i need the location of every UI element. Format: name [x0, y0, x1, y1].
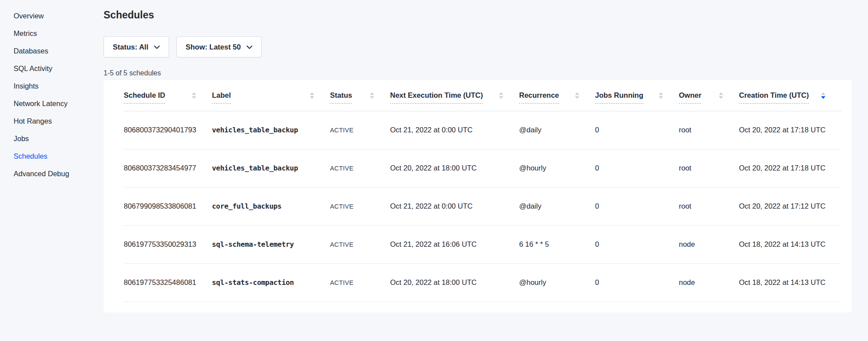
sidebar: Overview Metrics Databases SQL Activity … [0, 0, 104, 341]
schedules-table: Schedule ID Label Status Next Execu [124, 80, 841, 302]
jobs-running-cell: 0 [595, 263, 679, 302]
creation-time-cell: Oct 18, 2022 at 14:13 UTC [739, 225, 841, 263]
schedule-label-cell: sql-schema-telemetry [212, 225, 330, 263]
schedule-row: 806800373283454977 vehicles_table_backup… [124, 149, 841, 187]
show-filter-dropdown[interactable]: Show: Latest 50 [176, 36, 262, 57]
column-header-jobs-running[interactable]: Jobs Running [595, 80, 679, 111]
status-cell: ACTIVE [330, 149, 390, 187]
schedule-label-cell: core_full_backups [212, 187, 330, 225]
sidebar-item-advanced-debug[interactable]: Advanced Debug [14, 165, 104, 182]
filters-bar: Status: All Show: Latest 50 [104, 36, 852, 57]
next-execution-cell: Oct 21, 2022 at 16:06 UTC [390, 225, 519, 263]
status-filter-dropdown[interactable]: Status: All [104, 36, 169, 57]
schedules-table-card: Schedule ID Label Status Next Execu [104, 80, 852, 313]
column-header-owner[interactable]: Owner [679, 80, 739, 111]
sort-arrows-icon[interactable] [821, 92, 825, 99]
next-execution-cell: Oct 20, 2022 at 18:00 UTC [390, 263, 519, 302]
owner-cell: root [679, 149, 739, 187]
schedule-row: 806197753350029313 sql-schema-telemetry … [124, 225, 841, 263]
main-content: Schedules Status: All Show: Latest 50 1-… [104, 0, 852, 341]
jobs-running-cell: 0 [595, 225, 679, 263]
schedule-label-cell: sql-stats-compaction [212, 263, 330, 302]
recurrence-cell: 6 16 * * 5 [519, 225, 595, 263]
column-header-label[interactable]: Label [212, 80, 330, 111]
schedule-row: 806799098533806081 core_full_backups ACT… [124, 187, 841, 225]
column-header-creation-time[interactable]: Creation Time (UTC) [739, 80, 841, 111]
schedule-id-cell: 806800373290401793 [124, 111, 212, 149]
creation-time-cell: Oct 20, 2022 at 17:18 UTC [739, 111, 841, 149]
schedule-id-cell: 806197753350029313 [124, 225, 212, 263]
status-filter-label: Status: All [113, 43, 148, 51]
show-filter-label: Show: Latest 50 [186, 43, 241, 51]
app-window: Overview Metrics Databases SQL Activity … [0, 0, 868, 341]
recurrence-cell: @daily [519, 111, 595, 149]
schedule-label-cell: vehicles_table_backup [212, 111, 330, 149]
sort-arrows-icon[interactable] [719, 92, 723, 99]
sort-arrows-icon[interactable] [659, 92, 663, 99]
owner-cell: root [679, 111, 739, 149]
recurrence-cell: @hourly [519, 149, 595, 187]
sort-arrows-icon[interactable] [575, 92, 579, 99]
recurrence-cell: @hourly [519, 263, 595, 302]
creation-time-cell: Oct 18, 2022 at 14:13 UTC [739, 263, 841, 302]
owner-cell: root [679, 187, 739, 225]
creation-time-cell: Oct 20, 2022 at 17:18 UTC [739, 149, 841, 187]
owner-cell: node [679, 225, 739, 263]
schedule-label-cell: vehicles_table_backup [212, 149, 330, 187]
recurrence-cell: @daily [519, 187, 595, 225]
schedule-id-cell: 806197753325486081 [124, 263, 212, 302]
status-cell: ACTIVE [330, 111, 390, 149]
sort-arrows-icon[interactable] [370, 92, 374, 99]
table-header-row: Schedule ID Label Status Next Execu [124, 80, 841, 111]
next-execution-cell: Oct 21, 2022 at 0:00 UTC [390, 187, 519, 225]
sidebar-item-schedules[interactable]: Schedules [14, 147, 104, 165]
jobs-running-cell: 0 [595, 111, 679, 149]
sidebar-item-sql-activity[interactable]: SQL Activity [14, 60, 104, 77]
schedule-row: 806197753325486081 sql-stats-compaction … [124, 263, 841, 302]
sidebar-item-insights[interactable]: Insights [14, 77, 104, 95]
owner-cell: node [679, 263, 739, 302]
sidebar-item-network-latency[interactable]: Network Latency [14, 95, 104, 112]
column-header-status[interactable]: Status [330, 80, 390, 111]
status-cell: ACTIVE [330, 187, 390, 225]
sort-arrows-icon[interactable] [499, 92, 503, 99]
sort-arrows-icon[interactable] [192, 92, 196, 99]
schedule-id-cell: 806799098533806081 [124, 187, 212, 225]
page-title: Schedules [104, 9, 852, 21]
jobs-running-cell: 0 [595, 187, 679, 225]
next-execution-cell: Oct 21, 2022 at 0:00 UTC [390, 111, 519, 149]
sort-arrows-icon[interactable] [310, 92, 314, 99]
sidebar-item-jobs[interactable]: Jobs [14, 130, 104, 147]
sidebar-item-hot-ranges[interactable]: Hot Ranges [14, 112, 104, 130]
next-execution-cell: Oct 20, 2022 at 18:00 UTC [390, 149, 519, 187]
creation-time-cell: Oct 20, 2022 at 17:12 UTC [739, 187, 841, 225]
status-cell: ACTIVE [330, 263, 390, 302]
chevron-down-icon [247, 45, 252, 49]
schedule-row: 806800373290401793 vehicles_table_backup… [124, 111, 841, 149]
schedule-id-cell: 806800373283454977 [124, 149, 212, 187]
chevron-down-icon [154, 45, 160, 49]
sidebar-item-metrics[interactable]: Metrics [14, 25, 104, 42]
sidebar-item-databases[interactable]: Databases [14, 42, 104, 60]
results-count: 1-5 of 5 schedules [104, 69, 852, 77]
column-header-schedule-id[interactable]: Schedule ID [124, 80, 212, 111]
sidebar-item-overview[interactable]: Overview [14, 7, 104, 25]
status-cell: ACTIVE [330, 225, 390, 263]
column-header-next-execution-time[interactable]: Next Execution Time (UTC) [390, 80, 519, 111]
column-header-recurrence[interactable]: Recurrence [519, 80, 595, 111]
jobs-running-cell: 0 [595, 149, 679, 187]
